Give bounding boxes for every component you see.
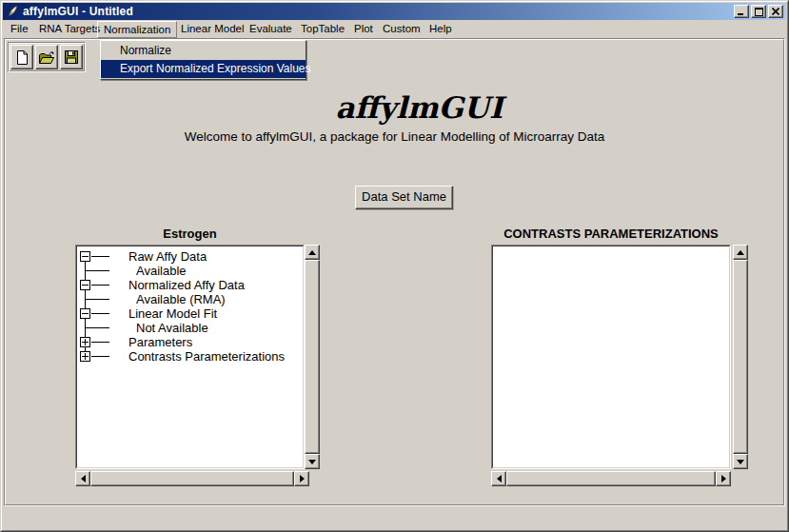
menubar: File RNA Targets Normalization Linear Mo… — [3, 20, 786, 38]
collapse-toggle-icon[interactable] — [80, 251, 90, 262]
minimize-icon — [738, 8, 745, 15]
menu-toptable[interactable]: TopTable — [301, 23, 345, 34]
scrollbar-thumb[interactable] — [733, 260, 748, 454]
contrasts-listbox-border — [492, 246, 730, 468]
menu-item-normalize[interactable]: Normalize — [101, 42, 306, 60]
collapse-toggle-icon[interactable] — [80, 308, 90, 319]
contrasts-horizontal-scrollbar[interactable] — [491, 471, 731, 486]
arrow-up-icon — [308, 250, 316, 255]
scroll-up-button[interactable] — [305, 245, 320, 260]
collapse-toggle-icon[interactable] — [80, 280, 90, 290]
scroll-right-button[interactable] — [294, 471, 309, 486]
tree-item-raw-affy-status[interactable]: Available — [77, 264, 303, 278]
tree-item-parameters[interactable]: Parameters — [77, 335, 303, 349]
save-diskette-icon — [64, 49, 79, 65]
minimize-button[interactable] — [734, 5, 749, 18]
scroll-down-button[interactable] — [305, 454, 320, 469]
arrow-down-icon — [308, 460, 316, 464]
scroll-down-button[interactable] — [733, 454, 748, 469]
arrow-right-icon — [300, 475, 305, 483]
save-file-button[interactable] — [60, 45, 83, 69]
scrollbar-thumb[interactable] — [90, 471, 294, 486]
arrow-right-icon — [721, 475, 726, 483]
estrogen-vertical-scrollbar[interactable] — [305, 245, 320, 469]
toolbar — [8, 42, 86, 72]
tree-item-linear-model-fit[interactable]: Linear Model Fit — [77, 306, 303, 321]
menu-help[interactable]: Help — [429, 23, 452, 34]
maximize-icon — [755, 8, 763, 16]
normalization-dropdown: Normalize Export Normalized Expression V… — [100, 40, 306, 80]
tree-item-contrasts-parameterizations[interactable]: Contrasts Parameterizations — [77, 349, 303, 364]
tree-item-raw-affy-data[interactable]: Raw Affy Data — [77, 249, 303, 264]
tree-item-normalized-affy-status[interactable]: Available (RMA) — [77, 292, 303, 306]
app-heading: affylmGUI — [0, 90, 789, 125]
welcome-text: Welcome to affylmGUI, a package for Line… — [0, 129, 789, 144]
scroll-left-button[interactable] — [75, 471, 90, 486]
menu-custom[interactable]: Custom — [383, 23, 421, 34]
open-file-button[interactable] — [35, 45, 58, 69]
scroll-up-button[interactable] — [733, 245, 748, 260]
estrogen-horizontal-scrollbar[interactable] — [75, 471, 309, 486]
contrasts-listbox[interactable] — [491, 245, 731, 469]
right-panel-title: CONTRASTS PARAMETERIZATIONS — [491, 227, 731, 241]
arrow-up-icon — [737, 250, 744, 255]
scroll-right-button[interactable] — [716, 471, 731, 486]
close-button[interactable] — [768, 5, 783, 18]
affylmgui-window: { "window": { "title": "affylmGUI - Unti… — [0, 0, 789, 532]
estrogen-listbox-border: Raw Affy Data Available Normalized Affy … — [76, 246, 304, 468]
expand-toggle-icon[interactable] — [80, 337, 90, 347]
tree-item-linear-model-status[interactable]: Not Available — [77, 321, 303, 335]
menu-normalization[interactable]: Normalization — [97, 21, 177, 38]
tree-item-normalized-affy-data[interactable]: Normalized Affy Data — [77, 278, 303, 292]
menu-file[interactable]: File — [10, 23, 29, 34]
feather-icon — [6, 5, 19, 18]
scrollbar-thumb[interactable] — [506, 471, 716, 486]
arrow-down-icon — [737, 460, 744, 464]
menu-evaluate[interactable]: Evaluate — [249, 23, 292, 34]
maximize-button[interactable] — [751, 5, 766, 18]
open-folder-icon — [38, 49, 55, 66]
new-file-button[interactable] — [10, 45, 33, 69]
arrow-left-icon — [81, 475, 86, 483]
contrasts-vertical-scrollbar[interactable] — [733, 245, 748, 469]
left-panel-title: Estrogen — [75, 227, 305, 241]
menu-linear-model[interactable]: Linear Model — [181, 23, 244, 34]
estrogen-listbox[interactable]: Raw Affy Data Available Normalized Affy … — [75, 245, 305, 469]
expand-toggle-icon[interactable] — [80, 351, 90, 362]
menu-item-export-normalized-expression-values[interactable]: Export Normalized Expression Values — [101, 60, 306, 78]
menu-rna-targets[interactable]: RNA Targets — [39, 23, 100, 34]
new-document-icon — [14, 49, 30, 66]
scrollbar-thumb[interactable] — [305, 260, 320, 454]
menu-plot[interactable]: Plot — [354, 23, 373, 34]
arrow-left-icon — [497, 475, 502, 483]
window-title: affylmGUI - Untitled — [23, 5, 133, 18]
window-controls — [734, 5, 783, 18]
scroll-left-button[interactable] — [491, 471, 506, 486]
titlebar[interactable]: affylmGUI - Untitled — [3, 3, 786, 20]
close-icon — [772, 8, 779, 15]
estrogen-tree: Raw Affy Data Available Normalized Affy … — [77, 246, 303, 467]
data-set-name-button[interactable]: Data Set Name — [355, 186, 453, 209]
